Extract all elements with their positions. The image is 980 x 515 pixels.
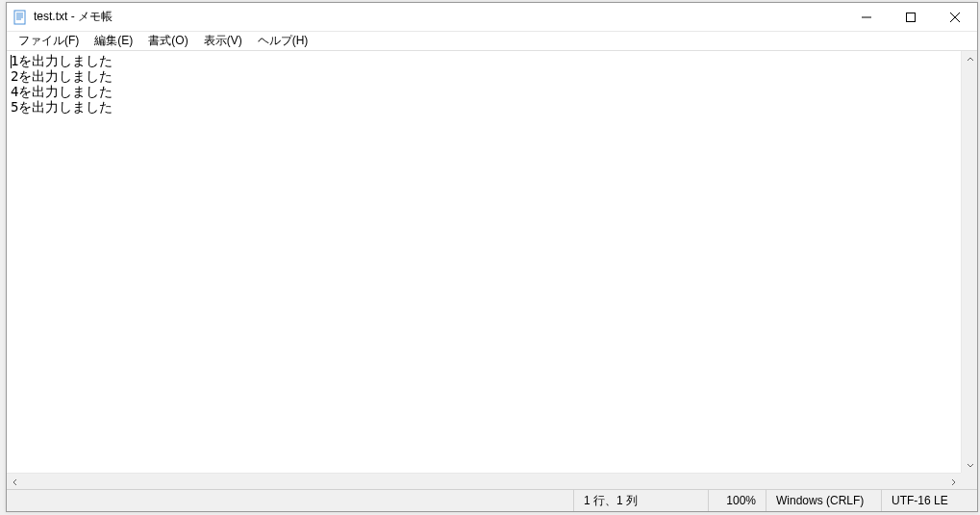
menu-view[interactable]: 表示(V) (196, 31, 250, 51)
menubar: ファイル(F) 編集(E) 書式(O) 表示(V) ヘルプ(H) (7, 32, 977, 51)
menu-help[interactable]: ヘルプ(H) (250, 31, 316, 51)
scroll-right-icon[interactable] (944, 474, 961, 489)
minimize-button[interactable] (844, 3, 889, 31)
svg-rect-6 (907, 13, 916, 21)
scroll-down-icon[interactable] (962, 456, 977, 473)
window-title: test.txt - メモ帳 (34, 9, 844, 25)
vertical-scrollbar[interactable] (961, 51, 977, 473)
status-zoom: 100% (708, 490, 766, 511)
scroll-left-icon[interactable] (7, 474, 23, 489)
content-area: 1を出力しました 2を出力しました 4を出力しました 5を出力しました (7, 51, 977, 489)
menu-format[interactable]: 書式(O) (140, 31, 195, 51)
titlebar[interactable]: test.txt - メモ帳 (7, 3, 977, 32)
app-icon (13, 10, 28, 25)
notepad-window: test.txt - メモ帳 ファイル(F) 編集(E) 書式(O) 表示(V)… (6, 2, 978, 512)
horizontal-scrollbar[interactable] (7, 473, 961, 489)
window-controls (844, 3, 977, 31)
scroll-up-icon[interactable] (962, 51, 977, 67)
status-position: 1 行、1 列 (573, 490, 708, 511)
maximize-button[interactable] (889, 3, 933, 31)
menu-file[interactable]: ファイル(F) (11, 31, 87, 51)
close-button[interactable] (933, 3, 977, 31)
statusbar: 1 行、1 列 100% Windows (CRLF) UTF-16 LE (7, 489, 977, 511)
text-line: 2を出力しました (11, 68, 113, 84)
text-line: 1を出力しました (11, 53, 113, 68)
status-encoding: UTF-16 LE (881, 490, 977, 511)
menu-edit[interactable]: 編集(E) (87, 31, 140, 51)
text-editor[interactable]: 1を出力しました 2を出力しました 4を出力しました 5を出力しました (7, 51, 977, 489)
status-line-ending: Windows (CRLF) (766, 490, 881, 511)
text-line: 5を出力しました (11, 99, 113, 115)
text-line: 4を出力しました (11, 84, 113, 99)
scroll-corner (961, 473, 977, 489)
